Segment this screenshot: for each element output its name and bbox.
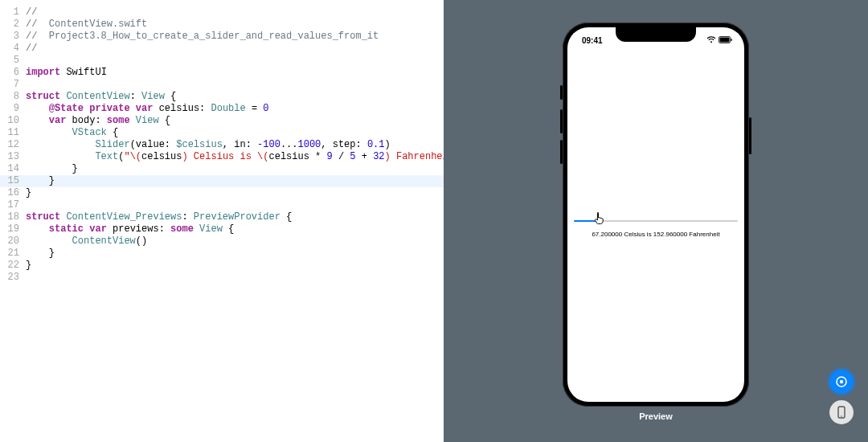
line-number: 8 bbox=[0, 91, 26, 103]
code-line[interactable]: 15 } bbox=[0, 175, 444, 187]
code-content[interactable]: Slider(value: $celsius, in: -100...1000,… bbox=[26, 139, 391, 151]
line-number: 12 bbox=[0, 139, 26, 151]
code-line[interactable]: 17 bbox=[0, 199, 444, 211]
code-line[interactable]: 14 } bbox=[0, 163, 444, 175]
code-content[interactable]: } bbox=[26, 187, 31, 199]
code-line[interactable]: 6import SwiftUI bbox=[0, 67, 444, 79]
app-content: 67.200000 Celsius is 152.960000 Fahrenhe… bbox=[567, 48, 744, 402]
device-side-button bbox=[560, 109, 563, 133]
code-line[interactable]: 21 } bbox=[0, 248, 444, 260]
code-content[interactable]: } bbox=[26, 248, 55, 260]
code-line[interactable]: 12 Slider(value: $celsius, in: -100...10… bbox=[0, 139, 444, 151]
line-number: 7 bbox=[0, 79, 26, 91]
code-content[interactable]: VStack { bbox=[26, 127, 118, 139]
code-content[interactable]: // bbox=[26, 6, 37, 18]
line-number: 3 bbox=[0, 31, 26, 43]
code-line[interactable]: 2// ContentView.swift bbox=[0, 18, 444, 31]
code-line[interactable]: 10 var body: some View { bbox=[0, 115, 444, 127]
line-number: 20 bbox=[0, 235, 26, 248]
device-side-button bbox=[560, 85, 563, 100]
code-content[interactable]: static var previews: some View { bbox=[26, 223, 234, 235]
code-line[interactable]: 18struct ContentView_Previews: PreviewPr… bbox=[0, 211, 444, 223]
line-number: 4 bbox=[0, 43, 26, 55]
svg-point-6 bbox=[841, 415, 842, 417]
svg-point-4 bbox=[840, 380, 843, 383]
code-line[interactable]: 11 VStack { bbox=[0, 127, 444, 139]
line-number: 18 bbox=[0, 211, 26, 223]
code-line[interactable]: 8struct ContentView: View { bbox=[0, 91, 444, 103]
preview-label: Preview bbox=[639, 411, 673, 421]
device-frame: 09:41 67.200000 bbox=[563, 23, 749, 407]
status-time: 09:41 bbox=[582, 36, 603, 45]
code-content[interactable]: import SwiftUI bbox=[26, 67, 107, 79]
code-line[interactable]: 19 static var previews: some View { bbox=[0, 223, 444, 235]
line-number: 16 bbox=[0, 187, 26, 199]
code-content[interactable]: struct ContentView: View { bbox=[26, 91, 176, 103]
line-number: 5 bbox=[0, 55, 26, 67]
preview-canvas: 09:41 67.200000 bbox=[444, 0, 868, 442]
wifi-icon bbox=[706, 36, 716, 45]
code-line[interactable]: 5 bbox=[0, 55, 444, 67]
device-screen: 09:41 67.200000 bbox=[567, 27, 744, 402]
line-number: 14 bbox=[0, 163, 26, 175]
line-number: 21 bbox=[0, 248, 26, 260]
code-line[interactable]: 1// bbox=[0, 6, 444, 18]
code-content[interactable]: } bbox=[26, 260, 31, 272]
line-number: 10 bbox=[0, 115, 26, 127]
pointer-cursor-icon bbox=[593, 211, 604, 227]
line-number: 17 bbox=[0, 199, 26, 211]
code-line[interactable]: 9 @State private var celsius: Double = 0 bbox=[0, 103, 444, 115]
device-side-button bbox=[560, 140, 563, 164]
device-notch bbox=[616, 27, 696, 42]
line-number: 22 bbox=[0, 260, 26, 272]
line-number: 1 bbox=[0, 6, 26, 18]
code-content[interactable]: // Project3.8_How_to_create_a_slider_and… bbox=[26, 31, 379, 43]
code-content[interactable]: @State private var celsius: Double = 0 bbox=[26, 103, 269, 115]
code-content[interactable]: } bbox=[26, 175, 55, 187]
code-content[interactable]: } bbox=[26, 163, 78, 175]
line-number: 2 bbox=[0, 18, 26, 31]
line-number: 6 bbox=[0, 67, 26, 79]
code-content[interactable]: var body: some View { bbox=[26, 115, 170, 127]
code-content[interactable]: Text("\(celsius) Celsius is \(celsius * … bbox=[26, 151, 444, 163]
line-number: 23 bbox=[0, 272, 26, 284]
status-indicators bbox=[706, 36, 733, 45]
line-number: 19 bbox=[0, 223, 26, 235]
code-line[interactable]: 3// Project3.8_How_to_create_a_slider_an… bbox=[0, 31, 444, 43]
code-content[interactable]: // bbox=[26, 43, 37, 55]
device-side-button bbox=[749, 117, 751, 154]
code-line[interactable]: 20 ContentView() bbox=[0, 235, 444, 248]
celsius-slider[interactable] bbox=[574, 213, 738, 229]
line-number: 13 bbox=[0, 151, 26, 163]
temperature-label: 67.200000 Celsius is 152.960000 Fahrenhe… bbox=[592, 231, 719, 238]
code-line[interactable]: 4// bbox=[0, 43, 444, 55]
code-line[interactable]: 16} bbox=[0, 187, 444, 199]
svg-rect-2 bbox=[731, 39, 732, 41]
battery-icon bbox=[719, 36, 733, 45]
code-line[interactable]: 7 bbox=[0, 79, 444, 91]
live-preview-button[interactable] bbox=[829, 370, 854, 394]
svg-rect-1 bbox=[720, 37, 730, 42]
code-line[interactable]: 23 bbox=[0, 272, 444, 284]
line-number: 11 bbox=[0, 127, 26, 139]
line-number: 15 bbox=[0, 175, 26, 187]
code-content[interactable]: struct ContentView_Previews: PreviewProv… bbox=[26, 211, 292, 223]
line-number: 9 bbox=[0, 103, 26, 115]
code-editor[interactable]: 1//2// ContentView.swift3// Project3.8_H… bbox=[0, 0, 444, 442]
device-settings-button[interactable] bbox=[829, 400, 854, 424]
code-line[interactable]: 22} bbox=[0, 260, 444, 272]
code-content[interactable]: ContentView() bbox=[26, 235, 147, 248]
code-content[interactable]: // ContentView.swift bbox=[26, 18, 147, 31]
code-line[interactable]: 13 Text("\(celsius) Celsius is \(celsius… bbox=[0, 151, 444, 163]
canvas-controls bbox=[829, 370, 854, 424]
